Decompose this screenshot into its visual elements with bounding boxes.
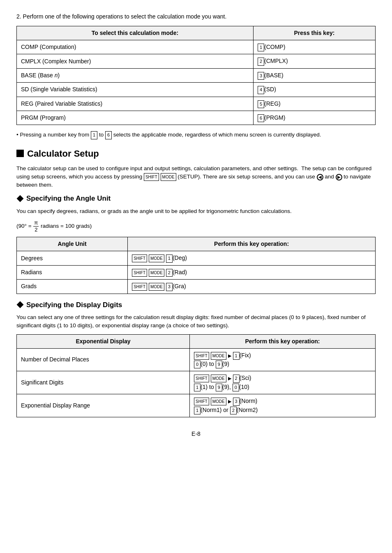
angle-radians: Radians <box>17 265 128 279</box>
fraction-numerator: π <box>33 220 39 227</box>
key-0-sci: 0 <box>233 384 239 391</box>
mode-reg: REG (Paired Variable Statistics) <box>17 97 254 111</box>
page-number: E-8 <box>191 430 201 437</box>
key-to-6: 6 <box>105 131 112 139</box>
display-decimal: Number of Decimal Places <box>17 348 190 371</box>
mode-cmplx: CMPLX (Complex Number) <box>17 54 254 68</box>
key-exp: SHIFT MODE ▶ 3(Norm) 1(Norm1) or 2(Norm2… <box>189 394 375 417</box>
mode-table-col2-header: Press this key: <box>253 26 375 40</box>
key-1-sci: 1 <box>194 384 201 391</box>
display-exp: Exponential Display Range <box>17 394 190 417</box>
key-9-fix: 9 <box>216 361 222 368</box>
key-mode-gra: MODE <box>149 283 164 291</box>
key-1-norm1: 1 <box>194 407 201 414</box>
display-col2-header: Perform this key operation: <box>189 334 375 348</box>
table-row: Significant Digits SHIFT MODE ▶ 2(Sci) 1… <box>17 371 376 394</box>
angle-degrees: Degrees <box>17 251 128 265</box>
key-mode-fix: MODE <box>211 352 226 360</box>
calc-setup-title: Calculator Setup <box>16 147 376 160</box>
key-comp: 1(COMP) <box>253 40 375 54</box>
angle-unit-table: Angle Unit Perform this key operation: D… <box>16 237 376 294</box>
key-shift-gra: SHIFT <box>132 283 147 291</box>
key-mode-deg: MODE <box>149 255 164 262</box>
key-2: 2 <box>258 58 264 65</box>
key-shift-rad: SHIFT <box>132 269 147 277</box>
intro-text: 2. Perform one of the following operatio… <box>16 12 376 21</box>
arrow-right-sci-icon: ▶ <box>228 375 231 382</box>
mode-table-col1-header: To select this calculation mode: <box>17 26 254 40</box>
table-row: Exponential Display Range SHIFT MODE ▶ 3… <box>17 394 376 417</box>
key-2-rad: 2 <box>166 269 173 277</box>
key-4: 4 <box>258 86 264 94</box>
display-subsection-icon <box>16 301 24 308</box>
key-shift: SHIFT <box>144 173 159 181</box>
key-sd: 4(SD) <box>253 83 375 97</box>
key-0-fix: 0 <box>194 361 201 368</box>
key-9-sci: 9 <box>216 384 222 391</box>
table-row: COMP (Computation) 1(COMP) <box>17 40 376 54</box>
key-mode-sci: MODE <box>211 375 226 382</box>
key-2-norm2: 2 <box>230 407 237 414</box>
display-digits-title: Specifying the Display Digits <box>16 300 376 310</box>
key-2-sci: 2 <box>233 375 240 382</box>
calc-setup-section: Calculator Setup The calculator setup ca… <box>16 147 376 417</box>
svg-rect-1 <box>17 301 24 308</box>
calc-setup-title-text: Calculator Setup <box>27 147 99 160</box>
key-1: 1 <box>258 44 264 51</box>
fraction-denominator: 2 <box>34 227 38 233</box>
table-row: REG (Paired Variable Statistics) 5(REG) <box>17 97 376 111</box>
bullet-note: • Pressing a number key from 1 to 6 sele… <box>16 131 376 139</box>
angle-grads: Grads <box>17 280 128 294</box>
table-row: CMPLX (Complex Number) 2(CMPLX) <box>17 54 376 68</box>
mode-prgm: PRGM (Program) <box>17 111 254 125</box>
page-footer: E-8 <box>16 430 376 438</box>
angle-col2-header: Perform this key operation: <box>128 237 376 251</box>
mode-base: BASE (Base n) <box>17 68 254 82</box>
key-1-fix: 1 <box>233 352 240 360</box>
table-row: Number of Decimal Places SHIFT MODE ▶ 1(… <box>17 348 376 371</box>
table-row: BASE (Base n) 3(BASE) <box>17 68 376 82</box>
svg-rect-0 <box>17 195 24 202</box>
key-mode: MODE <box>161 173 176 181</box>
key-shift-sci: SHIFT <box>194 375 209 382</box>
table-row: PRGM (Program) 6(PRGM) <box>17 111 376 125</box>
mode-comp: COMP (Computation) <box>17 40 254 54</box>
calc-setup-body: The calculator setup can be used to conf… <box>16 164 376 190</box>
table-row: Degrees SHIFT MODE 1(Deg) <box>17 251 376 265</box>
angle-unit-title-text: Specifying the Angle Unit <box>26 193 111 204</box>
arrow-right-norm-icon: ▶ <box>228 398 231 405</box>
display-digits-section: Specifying the Display Digits You can se… <box>16 300 376 417</box>
table-row: SD (Single Variable Statistics) 4(SD) <box>17 83 376 97</box>
key-6: 6 <box>258 114 264 122</box>
key-sig: SHIFT MODE ▶ 2(Sci) 1(1) to 9(9), 0(10) <box>189 371 375 394</box>
key-from-1: 1 <box>91 131 97 139</box>
angle-subsection-icon <box>16 195 24 202</box>
display-digits-body: You can select any one of three settings… <box>16 313 376 330</box>
key-radians: SHIFT MODE 2(Rad) <box>128 265 376 279</box>
angle-unit-section: Specifying the Angle Unit You can specif… <box>16 193 376 294</box>
display-col1-header: Exponential Display <box>17 334 190 348</box>
key-shift-fix: SHIFT <box>194 352 209 360</box>
key-shift-deg: SHIFT <box>132 255 147 262</box>
display-digits-title-text: Specifying the Display Digits <box>26 300 122 310</box>
to-text-sci: to <box>209 384 214 390</box>
key-prgm: 6(PRGM) <box>253 111 375 125</box>
black-square-icon <box>16 150 24 157</box>
to-text-fix: to <box>209 361 214 367</box>
display-digits-table: Exponential Display Perform this key ope… <box>16 334 376 417</box>
arrow-right-fix-icon: ▶ <box>228 352 231 359</box>
nav-right-icon: ▶ <box>336 174 342 180</box>
key-degrees: SHIFT MODE 1(Deg) <box>128 251 376 265</box>
nav-left-icon: ◀ <box>317 174 323 180</box>
mode-sd: SD (Single Variable Statistics) <box>17 83 254 97</box>
to-text: to <box>99 132 104 138</box>
key-shift-norm: SHIFT <box>194 398 209 405</box>
key-cmplx: 2(CMPLX) <box>253 54 375 68</box>
pi-fraction: π 2 <box>33 220 39 233</box>
key-base: 3(BASE) <box>253 68 375 82</box>
angle-unit-body: You can specify degrees, radians, or gra… <box>16 207 376 215</box>
angle-formula: (90° = π 2 radians = 100 grads) <box>16 220 376 233</box>
key-5: 5 <box>258 100 264 108</box>
key-mode-rad: MODE <box>149 269 164 277</box>
key-1-deg: 1 <box>166 255 173 262</box>
